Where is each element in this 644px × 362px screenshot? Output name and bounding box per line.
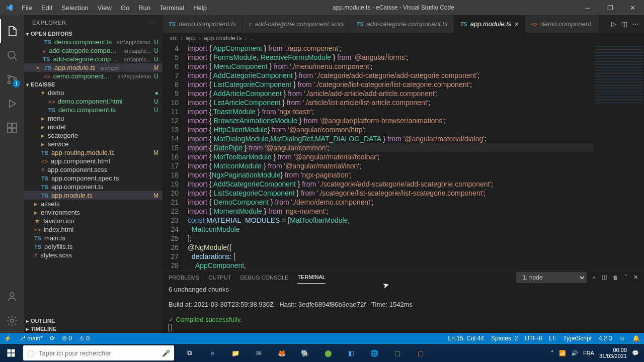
folder-item[interactable]: ▸model (24, 123, 163, 131)
pgadmin-icon[interactable]: 🐘 (295, 344, 315, 362)
extensions-icon[interactable] (0, 116, 24, 140)
file-item[interactable]: TSdemo.component.tsU (24, 106, 163, 114)
open-editor-item[interactable]: #add-categorie.component.scsssrc\app\c..… (24, 46, 163, 55)
menu-view[interactable]: View (94, 2, 116, 14)
remote-icon[interactable]: ⚡ (4, 335, 12, 342)
open-editor-item[interactable]: TSadd-categorie.component.tssrc\app\c...… (24, 55, 163, 63)
eol[interactable]: LF (549, 335, 556, 342)
notifications-icon[interactable]: 💬 (632, 350, 639, 356)
start-button[interactable] (0, 344, 22, 362)
mic-icon[interactable]: 🎤 (162, 349, 170, 357)
wifi-icon[interactable]: 📶 (559, 350, 566, 356)
terminal-output[interactable]: 6 unchanged chunks Build at: 2021-03-30T… (163, 284, 644, 333)
open-editor-item[interactable]: ×TSapp.module.tssrc\appM (24, 63, 163, 72)
split-terminal-icon[interactable]: ◫ (602, 274, 607, 281)
editor-tab[interactable]: TSapp.module.ts× (454, 15, 525, 33)
close-panel-icon[interactable]: ✕ (633, 274, 638, 281)
file-item[interactable]: <>demo.component.htmlU (24, 97, 163, 106)
panel-tab-terminal[interactable]: TERMINAL (297, 271, 326, 284)
more-actions-icon[interactable]: ⋯ (632, 20, 639, 28)
file-item[interactable]: TSapp.component.ts (24, 183, 163, 191)
menu-edit[interactable]: Edit (37, 2, 56, 14)
editor-tab[interactable]: TSdemo.component.ts (163, 15, 243, 33)
vscode-icon[interactable]: ◧ (341, 344, 361, 362)
close-button[interactable]: ✕ (621, 0, 644, 15)
search-icon[interactable] (0, 43, 24, 67)
file-item[interactable]: TSmain.ts (24, 234, 163, 242)
encoding[interactable]: UTF-8 (525, 335, 542, 342)
folder-item[interactable]: ▸scategorie (24, 131, 163, 140)
split-editor-icon[interactable]: ◫ (621, 20, 627, 28)
folder-item[interactable]: ▸menu (24, 114, 163, 123)
taskbar-search[interactable]: ◯ 🎤 (23, 345, 174, 360)
minimize-button[interactable]: ─ (576, 0, 599, 15)
source-control-icon[interactable]: 1 (0, 67, 24, 92)
code-editor[interactable]: 4567891011121314151617181920212223242526… (163, 44, 644, 270)
folder-item[interactable]: ▸service (24, 140, 163, 148)
file-explorer-icon[interactable]: 📁 (225, 344, 246, 362)
volume-icon[interactable]: 🔊 (571, 350, 578, 356)
file-item[interactable]: TSapp-routing.module.tsM (24, 148, 163, 157)
settings-gear-icon[interactable] (0, 309, 24, 333)
file-item[interactable]: TSapp.component.spec.ts (24, 174, 163, 183)
open-editor-item[interactable]: TSdemo.component.tssrc\app\demoU (24, 38, 163, 46)
ts-version[interactable]: 4.2.3 (599, 335, 612, 342)
run-icon[interactable]: ▷ (611, 20, 616, 28)
more-icon[interactable]: ⋯ (148, 19, 154, 26)
clock-time[interactable]: 00:00 (599, 347, 627, 353)
account-icon[interactable] (0, 285, 24, 309)
close-tab-icon[interactable]: × (514, 20, 518, 28)
folder-item[interactable]: ▸environments (24, 208, 163, 217)
run-debug-icon[interactable] (0, 92, 24, 116)
folder-item[interactable]: ▸assets (24, 200, 163, 208)
firefox-icon[interactable]: 🦊 (272, 344, 292, 362)
file-item[interactable]: TSpolyfills.ts (24, 242, 163, 251)
menu-file[interactable]: File (18, 2, 36, 14)
language-indicator[interactable]: FRA (583, 350, 594, 356)
panel-tab-output[interactable]: OUTPUT (208, 272, 231, 284)
project-header[interactable]: ▾ECAISSE (24, 80, 163, 88)
open-editor-item[interactable]: <>demo.component.htmlsrc\app\demoU (24, 72, 163, 80)
system-tray[interactable]: ˄ 📶 🔊 FRA 00:0031/03/2021 💬 (551, 347, 644, 359)
menu-terminal[interactable]: Terminal (155, 2, 188, 14)
file-item[interactable]: #styles.scss (24, 251, 163, 259)
menu-selection[interactable]: Selection (57, 2, 92, 14)
open-editors-header[interactable]: ▾OPEN EDITORS (24, 30, 163, 38)
new-terminal-icon[interactable]: + (593, 275, 596, 281)
file-item[interactable]: TSapp.module.tsM (24, 191, 163, 200)
breadcrumb[interactable]: src›app›app.module.ts›… (163, 33, 644, 44)
minimap[interactable] (594, 44, 644, 270)
editor-tab[interactable]: #add-categorie.component.scss (243, 15, 350, 33)
recorder-icon[interactable]: ▢ (411, 344, 431, 362)
menu-help[interactable]: Help (189, 2, 211, 14)
panel-tab-problems[interactable]: PROBLEMS (169, 272, 199, 284)
menu-go[interactable]: Go (117, 2, 133, 14)
panel-tab-debug-console[interactable]: DEBUG CONSOLE (240, 272, 288, 284)
outline-header[interactable]: ▸OUTLINE (24, 317, 163, 325)
cursor-position[interactable]: Ln 15, Col 44 (448, 335, 484, 342)
maximize-panel-icon[interactable]: ˄ (624, 274, 627, 281)
tray-chevron-icon[interactable]: ˄ (551, 350, 554, 356)
task-view-icon[interactable]: ⧉ (179, 344, 199, 362)
file-item[interactable]: <>index.html (24, 225, 163, 234)
sync-button[interactable]: ⟳ (50, 335, 55, 342)
file-item[interactable]: ★favicon.ico (24, 217, 163, 225)
feedback-icon[interactable]: ☺ (619, 335, 625, 342)
spring-icon[interactable]: ⬤ (318, 344, 338, 362)
camtasia-icon[interactable]: ▢ (387, 344, 408, 362)
bell-icon[interactable]: 🔔 (632, 335, 640, 342)
chrome-icon[interactable]: 🌐 (364, 344, 384, 362)
menu-run[interactable]: Run (134, 2, 154, 14)
terminal-selector[interactable]: 1: node (516, 272, 587, 283)
kill-terminal-icon[interactable]: 🗑 (613, 275, 618, 281)
edge-icon[interactable]: e (202, 344, 222, 362)
file-item[interactable]: #app.component.scss (24, 165, 163, 174)
clock-date[interactable]: 31/03/2021 (599, 353, 627, 359)
warning-count[interactable]: ⚠ 0 (79, 335, 90, 342)
editor-tab[interactable]: TSadd-categorie.component.ts (350, 15, 454, 33)
mail-icon[interactable]: ✉ (249, 344, 269, 362)
language-mode[interactable]: TypeScript (563, 335, 592, 342)
folder-item[interactable]: ▾demo● (24, 88, 163, 97)
branch-indicator[interactable]: ⎇ main* (19, 335, 43, 342)
indentation[interactable]: Spaces: 2 (491, 335, 518, 342)
